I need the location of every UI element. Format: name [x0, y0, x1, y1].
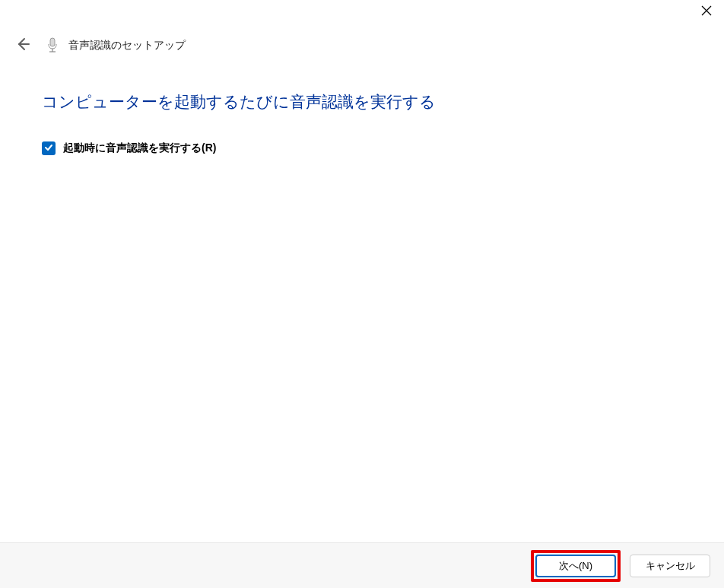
back-button[interactable] [14, 37, 32, 55]
next-button-highlight: 次へ(N) [531, 550, 621, 582]
microphone-icon [46, 37, 59, 55]
next-button[interactable]: 次へ(N) [535, 555, 616, 577]
run-at-startup-option[interactable]: 起動時に音声認識を実行する(R) [42, 141, 694, 155]
run-at-startup-label[interactable]: 起動時に音声認識を実行する(R) [63, 141, 216, 155]
wizard-header: 音声認識のセットアップ [14, 37, 186, 55]
arrow-left-icon [15, 37, 30, 55]
run-at-startup-checkbox[interactable] [42, 141, 56, 155]
check-icon [44, 141, 53, 155]
wizard-title: 音声認識のセットアップ [68, 39, 186, 52]
svg-rect-3 [50, 38, 55, 46]
wizard-footer: 次へ(N) キャンセル [0, 542, 724, 588]
close-icon [701, 5, 712, 19]
page-heading: コンピューターを起動するたびに音声認識を実行する [42, 91, 694, 113]
titlebar [689, 0, 724, 24]
close-button[interactable] [689, 0, 724, 24]
wizard-content: コンピューターを起動するたびに音声認識を実行する 起動時に音声認識を実行する(R… [42, 91, 694, 155]
cancel-button[interactable]: キャンセル [630, 555, 710, 577]
